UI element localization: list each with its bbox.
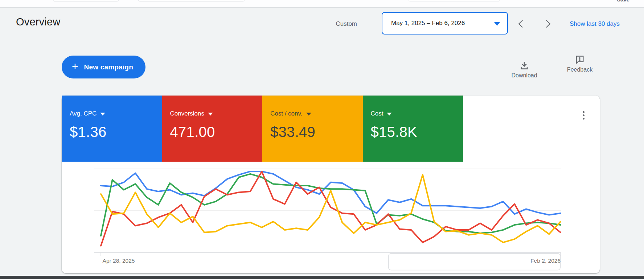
dropdown-arrow-icon <box>100 113 105 116</box>
scorecard-metric-selector[interactable]: Conversions <box>170 110 263 117</box>
toolbar-control-partial-3[interactable] <box>409 0 500 1</box>
performance-line-chart: Apr 28, 2025 Feb 2, 2026 <box>62 161 600 273</box>
scorecard-metric-selector[interactable]: Cost / conv. <box>270 110 363 117</box>
chart-line-avg-cpc <box>101 171 561 215</box>
dropdown-arrow-icon <box>306 113 311 116</box>
kebab-icon <box>583 114 584 116</box>
bottom-taskbar-edge <box>0 276 644 279</box>
feedback-button[interactable]: Feedback <box>560 54 600 73</box>
scorecard-value: $1.36 <box>70 124 162 140</box>
next-period-button[interactable] <box>544 21 550 27</box>
scorecard-metric-label: Cost / conv. <box>270 110 303 117</box>
scorecard-metric-label: Avg. CPC <box>70 110 97 117</box>
x-axis-end-label: Feb 2, 2026 <box>530 258 561 264</box>
card-overflow-menu-button[interactable] <box>578 107 588 123</box>
new-campaign-button[interactable]: + New campaign <box>62 56 145 78</box>
toolbar-control-partial-1[interactable] <box>53 0 119 1</box>
overview-card: Avg. CPC $1.36 Conversions 471.00 Cost /… <box>62 96 600 273</box>
date-range-picker[interactable]: May 1, 2025 – Feb 6, 2026 <box>382 12 508 35</box>
kebab-icon <box>583 118 584 120</box>
dropdown-arrow-icon <box>387 113 392 116</box>
date-range-value: May 1, 2025 – Feb 6, 2026 <box>391 20 465 27</box>
toolbar-control-partial-2[interactable] <box>138 0 245 1</box>
download-icon <box>520 61 529 70</box>
save-button-label: Save <box>617 0 629 3</box>
chart-series-group <box>101 171 561 246</box>
top-toolbar-strip: Save <box>0 0 644 8</box>
scorecard-metric-label: Conversions <box>170 110 205 117</box>
dropdown-arrow-icon <box>208 113 213 116</box>
plus-icon: + <box>72 61 78 72</box>
x-axis-start-label: Apr 28, 2025 <box>103 258 135 264</box>
scorecard-metric-selector[interactable]: Cost <box>371 110 463 117</box>
scorecard-metric-selector[interactable]: Avg. CPC <box>70 110 162 117</box>
scorecard-metric-label: Cost <box>371 110 383 117</box>
chevron-down-icon <box>494 22 500 26</box>
date-range-type-label: Custom <box>319 20 357 28</box>
page-title: Overview <box>16 16 60 28</box>
scorecard-value: $15.8K <box>371 124 463 140</box>
new-campaign-label: New campaign <box>84 63 133 71</box>
scorecard-conversions[interactable]: Conversions 471.00 <box>162 96 263 162</box>
save-button[interactable]: Save <box>617 0 640 3</box>
scorecard-avg-cpc[interactable]: Avg. CPC $1.36 <box>62 96 162 162</box>
kebab-icon <box>583 111 584 113</box>
scorecard-cost[interactable]: Cost $15.8K <box>363 96 463 162</box>
scorecard-value: $33.49 <box>270 124 363 140</box>
show-last-30-days-link[interactable]: Show last 30 days <box>570 20 620 28</box>
download-button[interactable]: Download <box>504 61 544 79</box>
feedback-icon <box>574 54 585 65</box>
scorecard-row: Avg. CPC $1.36 Conversions 471.00 Cost /… <box>62 96 463 162</box>
download-label: Download <box>504 72 544 79</box>
previous-period-button[interactable] <box>518 21 524 27</box>
feedback-label: Feedback <box>560 66 600 73</box>
scorecard-value: 471.00 <box>170 124 263 140</box>
scorecard-cost-per-conv[interactable]: Cost / conv. $33.49 <box>262 96 363 162</box>
